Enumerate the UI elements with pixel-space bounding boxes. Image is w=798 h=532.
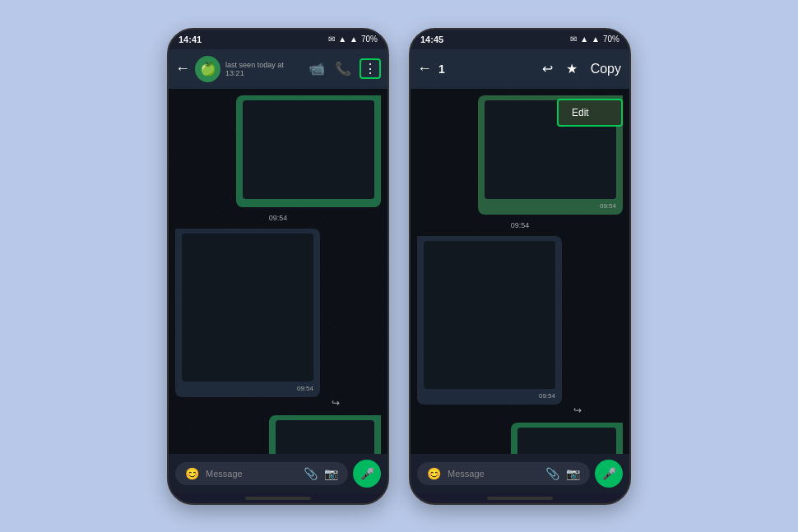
status-bar-right: 14:45 ✉ ▲ ▲ 70% [411,30,629,49]
attach-icon-right[interactable]: 📎 [545,467,559,480]
contact-info-left: last seen today at 13:21 [225,61,302,77]
dark-block-small-right [517,428,616,454]
time-large-block: 09:54 [182,385,313,392]
bubble-small-dark-right: 09:56 ✓✓ [511,423,623,454]
msg-sent-top [236,95,381,207]
input-placeholder-right[interactable]: Message [448,469,539,479]
msg-sent-small-right: 09:56 ✓✓ [511,423,623,454]
emoji-icon-left[interactable]: 😊 [185,467,199,480]
input-field-right[interactable]: 😊 Message 📎 📷 [417,462,590,485]
input-bar-left: 😊 Message 📎 📷 🎤 [169,454,387,493]
home-indicator-left [245,497,311,500]
msg-received-large-right: 09:54 ↪ [417,236,582,418]
contact-status-left: last seen today at 13:21 [225,61,302,77]
nav-bar-right: ← 1 ↩ ★ Copy [411,49,629,89]
wifi-icon-left: ▲ [350,35,358,44]
copy-label[interactable]: Copy [589,60,623,78]
signal-icon-left: ▲ [338,35,346,44]
signal-icon-right: ▲ [580,35,588,44]
star-action-icon[interactable]: ★ [564,59,579,78]
attach-icon-left[interactable]: 📎 [304,467,318,480]
mic-button-left[interactable]: 🎤 [353,460,381,488]
battery-right: 70% [603,35,619,44]
bubble-large-dark: 09:54 [175,229,320,397]
status-icons-right: ✉ ▲ ▲ 70% [570,35,619,44]
camera-icon-left[interactable]: 📷 [324,467,338,480]
avatar-left: 🍏 [195,56,220,82]
context-menu-edit[interactable]: Edit [559,100,621,125]
dark-block-small [276,420,374,454]
input-field-left[interactable]: 😊 Message 📎 📷 [175,462,348,485]
voice-call-icon[interactable]: 📞 [333,59,353,78]
input-bar-right: 😊 Message 📎 📷 🎤 [411,454,629,493]
menu-icon[interactable]: ⋮ [360,58,381,79]
mic-button-right[interactable]: 🎤 [595,460,623,488]
chat-area-left: 09:54 09:54 ↪ 09:56 ✓✓ 11:56 [169,89,387,454]
nav-left-section: ← 🍏 last seen today at 13:21 [175,56,302,82]
message-icon-left: ✉ [328,35,335,44]
chat-area-right: 09:54 09:54 09:54 ↪ 09:56 ✓✓ 11:56 [411,89,629,454]
back-button-left[interactable]: ← [175,60,190,77]
reply-action-icon[interactable]: ↩ [541,59,554,78]
status-time-right: 14:45 [420,35,443,44]
dark-block-top [243,100,374,199]
battery-left: 70% [361,35,378,44]
msg-sent-small: 09:56 ✓✓ [269,415,381,454]
camera-icon-right[interactable]: 📷 [566,467,580,480]
emoji-icon-right[interactable]: 😊 [427,467,441,480]
status-bar-left: 14:41 ✉ ▲ ▲ 70% [169,30,387,49]
selected-count: 1 [438,62,445,76]
wifi-icon-right: ▲ [592,35,600,44]
home-indicator-right [487,497,553,500]
back-button-right[interactable]: ← [417,60,432,77]
context-menu: Edit [557,99,623,127]
nav-icons-left: 📹 📞 ⋮ [307,58,381,79]
dark-block-large-right [424,241,555,389]
time-large-right: 09:54 [424,392,555,400]
phone-left: 14:41 ✉ ▲ ▲ 70% ← 🍏 last seen today at 1… [167,28,389,505]
status-icons-left: ✉ ▲ ▲ 70% [328,35,378,44]
input-placeholder-left[interactable]: Message [206,469,297,479]
nav-bar-left: ← 🍏 last seen today at 13:21 📹 📞 ⋮ [169,49,387,89]
video-call-icon[interactable]: 📹 [307,59,327,78]
msg-received-large: 09:54 ↪ [175,229,340,410]
message-icon-right: ✉ [570,35,577,44]
nav-action-icons-right: ↩ ★ Copy [541,59,623,78]
bubble-top-dark [236,95,381,207]
phone-right: 14:45 ✉ ▲ ▲ 70% ← 1 ↩ ★ Copy Edit [409,28,631,505]
bubble-small-dark: 09:56 ✓✓ [269,415,381,454]
dark-block-large [182,234,313,382]
time-top-right: 09:54 [485,202,616,210]
bubble-large-dark-right: 09:54 [417,236,562,405]
status-time-left: 14:41 [179,35,202,44]
phones-container: 14:41 ✉ ▲ ▲ 70% ← 🍏 last seen today at 1… [167,28,631,505]
